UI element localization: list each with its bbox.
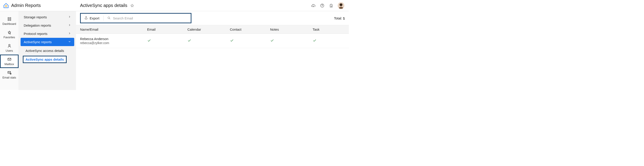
star-icon	[7, 30, 12, 35]
svg-rect-7	[10, 18, 11, 18]
chevron-down-icon	[68, 40, 71, 44]
total-count: Total: 1	[334, 16, 345, 20]
table-header: Name/Email Email Calendar Contact Notes …	[76, 25, 349, 34]
rail-item-users[interactable]: Users	[0, 41, 18, 54]
app-logo-icon	[3, 3, 9, 8]
rail-item-label: Dashboard	[2, 22, 16, 26]
svg-rect-6	[8, 18, 9, 18]
svg-point-2	[322, 6, 322, 6]
search-icon	[107, 16, 111, 20]
mail-icon	[7, 57, 12, 62]
col-calendar: Calendar	[188, 28, 230, 31]
svg-point-10	[8, 44, 10, 46]
col-notes: Notes	[270, 28, 312, 31]
chevron-right-icon	[68, 15, 71, 19]
toolbar-actions: Export	[80, 13, 192, 23]
user-name: Rebecca Anderson	[80, 37, 147, 41]
main-content: Export Total: 1	[76, 11, 349, 90]
top-bar: Admin Reports ActiveSync apps details	[0, 0, 349, 11]
rail-item-email-stats[interactable]: Email stats	[0, 68, 18, 82]
rail-item-favorites[interactable]: Favorites	[0, 28, 18, 41]
chevron-right-icon	[68, 32, 71, 36]
nav-rail: Dashboard Favorites Users	[0, 11, 19, 90]
sidebar-item-delegation-reports[interactable]: Delegation reports	[20, 21, 74, 30]
check-icon	[188, 39, 192, 43]
col-name-email: Name/Email	[80, 28, 147, 31]
cloud-download-icon[interactable]	[311, 3, 316, 8]
total-label: Total:	[334, 16, 342, 20]
col-task: Task	[312, 28, 345, 31]
col-email: Email	[147, 28, 188, 31]
sidebar-item-label: Delegation reports	[24, 24, 51, 27]
reports-sidebar: Storage reports Delegation reports Proto…	[19, 11, 76, 90]
page-title: ActiveSync apps details	[80, 3, 127, 8]
sidebar-item-label: ActiveSync reports	[24, 40, 52, 44]
sidebar-item-storage-reports[interactable]: Storage reports	[20, 13, 74, 21]
check-icon	[230, 39, 234, 43]
col-contact: Contact	[230, 28, 270, 31]
user-email: rebecca@zylker.com	[80, 41, 147, 45]
user-icon	[7, 44, 12, 48]
user-avatar[interactable]	[338, 2, 344, 9]
grid-icon	[7, 16, 12, 22]
mail-stats-icon	[7, 70, 12, 75]
check-icon	[147, 39, 151, 43]
export-label: Export	[90, 16, 99, 20]
table-row[interactable]: Rebecca Anderson rebecca@zylker.com	[76, 34, 349, 48]
rail-item-label: Favorites	[4, 36, 15, 39]
svg-point-0	[5, 5, 7, 7]
rail-item-label: Users	[6, 49, 13, 52]
export-button[interactable]: Export	[82, 15, 102, 22]
extension-icon[interactable]	[329, 3, 334, 8]
svg-rect-9	[10, 20, 11, 20]
svg-point-14	[108, 17, 110, 18]
rail-item-dashboard[interactable]: Dashboard	[0, 14, 18, 28]
help-icon[interactable]	[320, 3, 325, 8]
check-icon	[312, 39, 317, 43]
svg-rect-8	[8, 20, 9, 20]
sidebar-item-label: Protocol reports	[24, 32, 48, 36]
rail-item-label: Email stats	[2, 76, 16, 79]
rail-item-label: Mailbox	[4, 63, 14, 66]
total-value: 1	[343, 16, 345, 20]
sidebar-subitem-activesync-access-details[interactable]: ActiveSync access details	[20, 46, 74, 55]
app-title: Admin Reports	[11, 3, 41, 8]
search-input[interactable]	[113, 16, 188, 20]
sidebar-item-protocol-reports[interactable]: Protocol reports	[20, 30, 74, 38]
favorite-toggle-icon[interactable]	[130, 3, 135, 8]
rail-item-mailbox[interactable]: Mailbox	[0, 54, 18, 68]
sidebar-item-activesync-reports[interactable]: ActiveSync reports	[20, 38, 74, 46]
chevron-right-icon	[68, 24, 71, 27]
sidebar-subitem-activesync-apps-details[interactable]: ActiveSync apps details	[23, 56, 67, 63]
check-icon	[270, 39, 274, 43]
sidebar-item-label: Storage reports	[24, 15, 47, 19]
divider	[103, 16, 104, 20]
export-icon	[84, 16, 88, 20]
